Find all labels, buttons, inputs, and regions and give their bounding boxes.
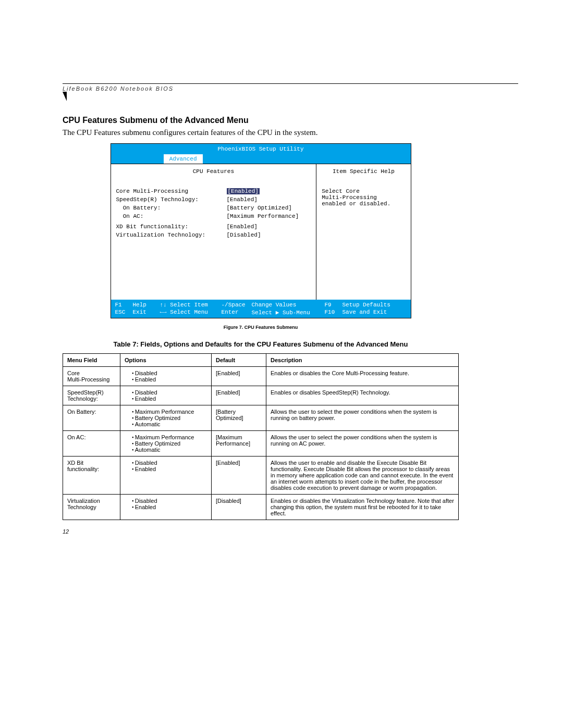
cell-menu-field: Core Multi-Processing	[63, 367, 120, 386]
option-item: Battery Optimized	[132, 440, 207, 447]
bios-help-pane: Item Specific Help Select Core Multi-Pro…	[316, 164, 410, 300]
bios-option-row[interactable]: XD Bit functionality:[Enabled]	[116, 224, 311, 230]
bios-option-row[interactable]: Virtualization Technology:[Disabled]	[116, 232, 311, 238]
option-item: Enabled	[132, 466, 207, 472]
cell-default: [Enabled]	[212, 386, 266, 405]
cell-options: DisabledEnabled	[120, 456, 212, 495]
cell-menu-field: XD Bit functionality:	[63, 456, 120, 495]
cell-menu-field: On AC:	[63, 431, 120, 456]
page-number: 12	[63, 528, 459, 535]
bios-tab-blank5	[358, 154, 406, 164]
cell-description: Enables or disables SpeedStep(R) Technol…	[266, 386, 459, 405]
bios-option-value[interactable]: [Enabled]	[227, 188, 260, 194]
bios-key-esc: ESC	[115, 309, 133, 316]
cell-options: DisabledEnabled	[120, 495, 212, 520]
bios-option-value[interactable]: [Maximum Performance]	[227, 213, 311, 219]
cell-options: DisabledEnabled	[120, 386, 212, 405]
table-row: Virtualization TechnologyDisabledEnabled…	[63, 495, 459, 520]
bios-option-value[interactable]: [Enabled]	[227, 224, 311, 230]
bios-screen: PhoenixBIOS Setup Utility Advanced CPU F…	[111, 143, 411, 318]
bios-footer: F1 Help ↑↓ Select Item -/Space Change Va…	[111, 300, 411, 318]
bios-option-row[interactable]: On Battery:[Battery Optimized]	[116, 205, 311, 211]
bios-lbl-selmenu: ←→ Select Menu	[160, 309, 222, 316]
bios-lbl-exit: Exit	[133, 309, 160, 316]
bios-help-title: Item Specific Help	[322, 168, 405, 175]
header-marker-icon	[63, 92, 67, 101]
option-item: Disabled	[132, 389, 207, 396]
bios-key-f10: F10	[325, 309, 342, 316]
th-menu-field: Menu Field	[63, 354, 120, 367]
cell-menu-field: SpeedStep(R) Technology:	[63, 386, 120, 405]
section-intro: The CPU Features submenu configures cert…	[63, 128, 459, 137]
table-row: SpeedStep(R) Technology:DisabledEnabled[…	[63, 386, 459, 405]
cell-options: Maximum PerformanceBattery OptimizedAuto…	[120, 431, 212, 456]
table-row: XD Bit functionality:DisabledEnabled[Ena…	[63, 456, 459, 495]
cell-description: Allows the user to select the power cond…	[266, 431, 459, 456]
bios-option-label: On Battery:	[116, 205, 221, 211]
cell-description: Allows the user to select the power cond…	[266, 405, 459, 431]
cell-menu-field: Virtualization Technology	[63, 495, 120, 520]
bios-tab-blank1	[115, 154, 164, 164]
option-item: Battery Optimized	[132, 415, 207, 421]
bios-lbl-saveexit: Save and Exit	[342, 309, 407, 316]
option-item: Enabled	[132, 504, 207, 510]
bios-key-space: -/Space	[222, 302, 252, 308]
bios-lbl-help: Help	[133, 302, 160, 308]
options-table: Menu Field Options Default Description C…	[63, 353, 459, 520]
option-item: Enabled	[132, 376, 207, 382]
cell-options: Maximum PerformanceBattery OptimizedAuto…	[120, 405, 212, 431]
cell-default: [Maximum Performance]	[212, 431, 266, 456]
cell-menu-field: On Battery:	[63, 405, 120, 431]
cell-description: Enables or disables the Core Multi-Proce…	[266, 367, 459, 386]
bios-key-f1: F1	[115, 302, 133, 308]
bios-left-pane: CPU Features Core Multi-Processing[Enabl…	[111, 164, 317, 300]
bios-option-label: SpeedStep(R) Technology:	[116, 196, 221, 203]
option-item: Maximum Performance	[132, 434, 207, 440]
bios-help-text: Select Core Multi-Processing enabled or …	[322, 188, 405, 207]
bios-option-row[interactable]: On AC:[Maximum Performance]	[116, 213, 311, 219]
cell-default: [Enabled]	[212, 367, 266, 386]
bios-option-label: Core Multi-Processing	[116, 188, 221, 194]
table-row: On Battery:Maximum PerformanceBattery Op…	[63, 405, 459, 431]
section-title: CPU Features Submenu of the Advanced Men…	[63, 116, 459, 125]
table-title: Table 7: Fields, Options and Defaults fo…	[63, 340, 459, 348]
bios-key-f9: F9	[325, 302, 342, 308]
option-item: Disabled	[132, 460, 207, 466]
bios-tab-blank3	[261, 154, 309, 164]
bios-option-row[interactable]: SpeedStep(R) Technology:[Enabled]	[116, 196, 311, 203]
cell-default: [Enabled]	[212, 456, 266, 495]
bios-option-row[interactable]: Core Multi-Processing[Enabled]	[116, 188, 311, 194]
bios-key-enter: Enter	[222, 309, 252, 316]
cell-options: DisabledEnabled	[120, 367, 212, 386]
th-description: Description	[266, 354, 459, 367]
option-item: Disabled	[132, 498, 207, 504]
cell-description: Enables or disables the Virtualization T…	[266, 495, 459, 520]
bios-option-label: Virtualization Technology:	[116, 232, 221, 238]
option-item: Disabled	[132, 370, 207, 376]
bios-tab-bar: Advanced	[111, 154, 411, 164]
bios-option-value[interactable]: [Disabled]	[227, 232, 311, 238]
bios-left-title: CPU Features	[116, 168, 311, 175]
bios-lbl-change: Change Values	[252, 302, 325, 308]
bios-tab-blank2	[212, 154, 261, 164]
table-row: Core Multi-ProcessingDisabledEnabled[Ena…	[63, 367, 459, 386]
cell-description: Allows the user to enable and disable th…	[266, 456, 459, 495]
bios-title: PhoenixBIOS Setup Utility	[111, 144, 411, 154]
bios-option-label: XD Bit functionality:	[116, 224, 221, 230]
cell-default: [Disabled]	[212, 495, 266, 520]
bios-lbl-selsub: Select ▶ Sub-Menu	[252, 309, 325, 316]
th-default: Default	[212, 354, 266, 367]
table-row: On AC:Maximum PerformanceBattery Optimiz…	[63, 431, 459, 456]
th-options: Options	[120, 354, 212, 367]
cell-default: [Battery Optimized]	[212, 405, 266, 431]
bios-option-value[interactable]: [Battery Optimized]	[227, 205, 311, 211]
option-item: Maximum Performance	[132, 409, 207, 415]
running-header: LifeBook B6200 Notebook BIOS	[63, 83, 518, 92]
bios-tab-blank4	[309, 154, 358, 164]
bios-option-value[interactable]: [Enabled]	[227, 196, 311, 203]
option-item: Automatic	[132, 421, 207, 427]
figure-caption: Figure 7. CPU Features Submenu	[63, 322, 459, 337]
bios-lbl-setupdef: Setup Defaults	[342, 302, 407, 308]
bios-tab-advanced[interactable]: Advanced	[164, 154, 203, 164]
option-item: Automatic	[132, 447, 207, 453]
